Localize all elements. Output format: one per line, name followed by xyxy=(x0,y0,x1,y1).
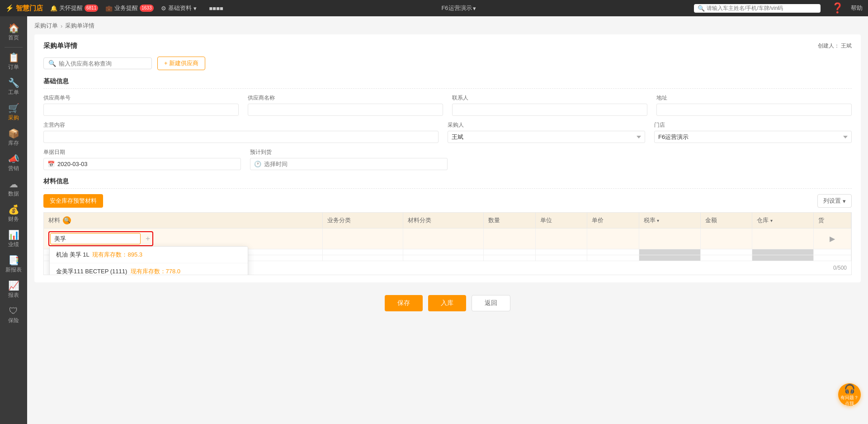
sidebar-item-performance[interactable]: 📊 业绩 xyxy=(0,227,27,252)
global-search-input[interactable] xyxy=(707,5,815,11)
material-dropdown-list: 机油 美孚 1L 现有库存数：895.3 金美孚111 BECTEP (1111… xyxy=(49,246,248,275)
sidebar-item-insurance[interactable]: 🛡 保险 xyxy=(0,303,27,328)
material-search-icon-th[interactable]: 🔍 xyxy=(63,216,71,224)
time-input[interactable] xyxy=(264,161,340,167)
sidebar-item-data[interactable]: ☁ 数据 xyxy=(0,176,27,201)
safety-stock-button[interactable]: 安全库存预警材料 xyxy=(43,194,103,208)
main-content-input[interactable] xyxy=(43,131,439,143)
sidebar-item-label: 新报表 xyxy=(5,266,22,274)
chevron-down-icon: ▾ xyxy=(657,218,659,223)
sidebar-item-workorders[interactable]: 🔧 工单 xyxy=(0,75,27,100)
td-goods xyxy=(813,249,851,255)
material-section: 材料信息 安全库存预警材料 列设置 ▾ 材料 🔍 xyxy=(43,177,852,275)
td-amount xyxy=(700,229,752,249)
buyer-select[interactable]: 王斌 xyxy=(448,131,645,143)
td-business-type xyxy=(322,255,403,261)
td-business-type xyxy=(322,229,403,249)
nav-business[interactable]: 💼 业务提醒 1633 xyxy=(105,4,153,12)
contact-field: 联系人 xyxy=(452,94,647,116)
logo: ⚡ 智慧门店 xyxy=(5,4,43,13)
td-warehouse xyxy=(752,229,814,249)
contact-input[interactable] xyxy=(452,104,647,116)
orders-icon: 📋 xyxy=(8,53,19,62)
basic-info-section-label: 基础信息 xyxy=(43,77,852,89)
data-icon: ☁ xyxy=(9,180,18,189)
sidebar-item-inventory[interactable]: 📦 库存 xyxy=(0,125,27,151)
td-goods xyxy=(813,255,851,261)
save-button[interactable]: 保存 xyxy=(385,295,423,311)
bell-icon: 🔔 xyxy=(50,5,57,12)
chevron-down-icon: ▾ xyxy=(473,5,476,12)
th-material-type: 材料分类 xyxy=(403,213,483,229)
material-table: 材料 🔍 业务分类 材料分类 数量 单位 单价 税率 ▾ xyxy=(44,213,851,261)
nav-alerts[interactable]: 🔔 关怀提醒 6811 xyxy=(50,4,98,12)
business-badge: 1633 xyxy=(140,5,153,12)
material-search-wrap xyxy=(50,233,141,244)
material-search-container: ＋ 机油 美孚 1L 现有库存数：895.3 金美孚111 BECTE xyxy=(48,231,153,246)
date-input[interactable] xyxy=(57,161,133,167)
th-warehouse: 仓库 ▾ xyxy=(752,213,814,229)
material-header: 安全库存预警材料 列设置 ▾ xyxy=(43,194,852,208)
supplier-search-input[interactable] xyxy=(59,60,147,67)
purchase-detail-card: 采购单详情 创建人： 王斌 🔍 + 新建供应商 基础信息 供应商单号 供应商名称 xyxy=(34,34,861,282)
breadcrumb-current: 采购单详情 xyxy=(65,22,94,30)
date-field: 单据日期 📅 xyxy=(43,148,241,170)
supplier-no-input[interactable] xyxy=(43,104,239,116)
supplier-name-input[interactable] xyxy=(248,104,443,116)
shop-select[interactable]: F6运营演示 xyxy=(654,131,852,143)
help-float-button[interactable]: 🎧 有问题？ 点我 xyxy=(838,383,861,406)
row-arrow-icon[interactable]: ▶ xyxy=(830,235,835,243)
address-input[interactable] xyxy=(656,104,852,116)
breadcrumb-parent[interactable]: 采购订单 xyxy=(34,22,58,30)
sidebar: 🏠 首页 📋 订单 🔧 工单 🛒 采购 📦 库存 📣 营销 ☁ 数据 💰 财务 … xyxy=(0,16,27,424)
td-amount xyxy=(700,255,752,261)
buyer-label: 采购人 xyxy=(448,121,645,129)
sidebar-item-purchase[interactable]: 🛒 采购 xyxy=(0,100,27,125)
sidebar-item-label: 报表 xyxy=(8,291,19,299)
f6-btn[interactable]: F6运营演示 ▾ xyxy=(441,4,476,12)
td-tax-rate xyxy=(639,249,700,255)
sidebar-item-label: 首页 xyxy=(8,34,19,42)
sidebar-item-orders[interactable]: 📋 订单 xyxy=(0,49,27,75)
td-unit xyxy=(535,255,587,261)
add-material-button[interactable]: ＋ xyxy=(144,234,151,243)
top-nav: ⚡ 智慧门店 🔔 关怀提醒 6811 💼 业务提醒 1633 ⚙ 基础资料 ▾ … xyxy=(0,0,868,16)
dropdown-item[interactable]: 金美孚111 BECTEP (1111) 现有库存数：778.0 xyxy=(50,263,248,275)
sidebar-item-marketing[interactable]: 📣 营销 xyxy=(0,151,27,176)
page-title: 采购单详情 xyxy=(43,42,77,50)
buyer-field: 采购人 王斌 xyxy=(448,121,645,143)
clock-icon: 🕐 xyxy=(254,161,261,167)
sidebar-item-finance[interactable]: 💰 财务 xyxy=(0,201,27,227)
new-supplier-button[interactable]: + 新建供应商 xyxy=(157,57,205,70)
sidebar-item-report[interactable]: 📈 报表 xyxy=(0,277,27,303)
nav-basic-data[interactable]: ⚙ 基础资料 ▾ xyxy=(161,4,197,12)
supplier-no-field: 供应商单号 xyxy=(43,94,239,116)
sidebar-item-home[interactable]: 🏠 首页 xyxy=(0,20,27,45)
sidebar-item-label: 保险 xyxy=(8,317,19,324)
th-amount: 金额 xyxy=(700,213,752,229)
address-field: 地址 xyxy=(656,94,852,116)
td-unit-price xyxy=(587,229,639,249)
material-search-input[interactable] xyxy=(54,235,108,242)
td-unit-price xyxy=(587,249,639,255)
inbound-button[interactable]: 入库 xyxy=(428,295,466,311)
td-unit-price xyxy=(587,255,639,261)
sidebar-item-label: 数据 xyxy=(8,190,19,198)
purchase-icon: 🛒 xyxy=(8,104,19,113)
user-info: ■■■■ xyxy=(209,5,223,12)
sidebar-item-label: 采购 xyxy=(8,114,19,122)
help-label[interactable]: 帮助 xyxy=(851,4,863,12)
footer-buttons: 保存 入库 返回 xyxy=(34,288,861,319)
td-warehouse xyxy=(752,249,814,255)
return-button[interactable]: 返回 xyxy=(472,295,510,311)
chevron-down-icon: ▾ xyxy=(193,5,197,12)
sidebar-item-label: 营销 xyxy=(8,165,19,172)
supplier-name-label: 供应商名称 xyxy=(248,94,443,102)
sidebar-item-new-report[interactable]: 📑 新报表 xyxy=(0,252,27,277)
contact-label: 联系人 xyxy=(452,94,647,102)
expected-arrival-field: 预计到货 🕐 xyxy=(250,148,448,170)
help-icon[interactable]: ❓ xyxy=(831,2,844,14)
col-settings-button[interactable]: 列设置 ▾ xyxy=(817,194,852,208)
sidebar-item-label: 财务 xyxy=(8,215,19,223)
dropdown-item[interactable]: 机油 美孚 1L 现有库存数：895.3 xyxy=(50,247,248,263)
